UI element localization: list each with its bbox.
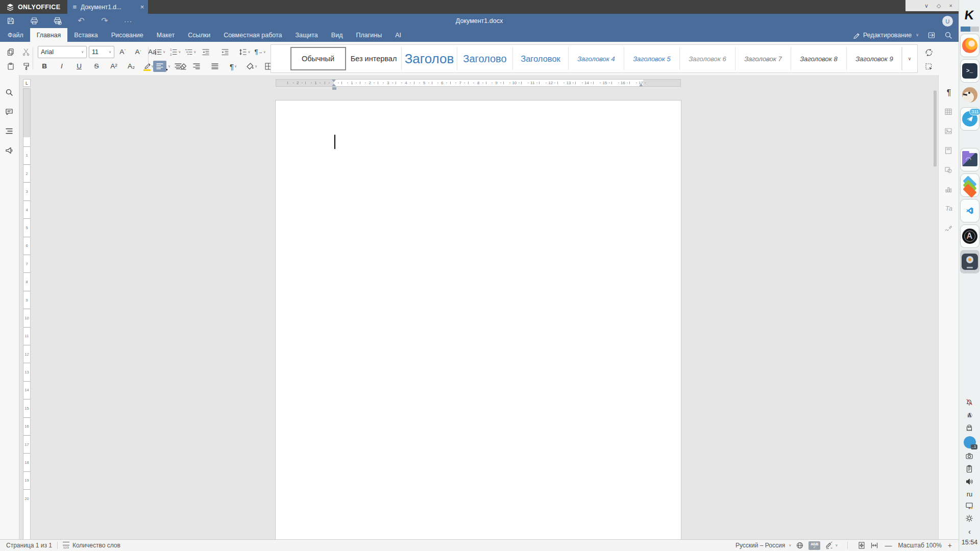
- fit-to-width-button[interactable]: [870, 541, 878, 549]
- font-name-select[interactable]: Arial ∨: [38, 46, 87, 58]
- document-tab[interactable]: ≡ Документ1.d... ×: [67, 0, 148, 14]
- word-count-label[interactable]: Количество слов: [72, 542, 120, 549]
- track-changes-button[interactable]: ∨: [825, 541, 838, 549]
- zoom-in-button[interactable]: +: [946, 541, 953, 549]
- subscript-button[interactable]: A₂: [125, 61, 138, 72]
- left-indent-marker[interactable]: [332, 87, 336, 90]
- text-art-settings-button[interactable]: Ta: [944, 205, 953, 214]
- display-warning-tray-icon[interactable]: [965, 502, 974, 511]
- table-settings-button[interactable]: [944, 108, 953, 117]
- hamburger-icon[interactable]: ≡: [72, 3, 77, 11]
- chart-settings-button[interactable]: [944, 185, 953, 194]
- feedback-support-button[interactable]: [5, 146, 14, 156]
- notifications-muted-icon[interactable]: [965, 398, 974, 407]
- zoom-out-button[interactable]: —: [883, 541, 893, 549]
- document-language-button[interactable]: [796, 541, 804, 549]
- dock-item-bird-app[interactable]: [960, 85, 979, 105]
- style-heading-4[interactable]: Заголовок 4: [569, 47, 624, 70]
- ghost-tray-icon[interactable]: [965, 423, 974, 433]
- first-line-indent-marker[interactable]: [332, 80, 336, 82]
- header-search-button[interactable]: [944, 31, 952, 39]
- style-heading-7[interactable]: Заголовок 7: [736, 47, 791, 70]
- window-minimize-button[interactable]: ∨: [924, 3, 928, 9]
- hanging-indent-marker[interactable]: [332, 84, 336, 86]
- select-all-button[interactable]: [923, 62, 936, 73]
- volume-tray-icon[interactable]: [965, 478, 974, 487]
- dock-item-anarchy-app[interactable]: A: [960, 224, 979, 248]
- window-maximize-button[interactable]: ◇: [937, 3, 941, 9]
- shading-button[interactable]: ∨: [245, 61, 258, 72]
- nonprinting-characters-button[interactable]: ¶∨: [227, 61, 240, 72]
- paragraph-settings-button[interactable]: ¶: [944, 88, 953, 97]
- header-footer-settings-button[interactable]: [944, 146, 953, 156]
- tab-plugins[interactable]: Плагины: [349, 28, 388, 42]
- decrease-font-button[interactable]: Aˑ: [132, 46, 145, 58]
- save-button[interactable]: [5, 15, 16, 27]
- customize-quick-access-button[interactable]: ···: [122, 15, 134, 27]
- justify-button[interactable]: [208, 61, 222, 72]
- paragraph-direction-button[interactable]: ¶→∨: [254, 46, 267, 58]
- dock-item-terminal[interactable]: >_: [960, 59, 979, 83]
- increase-font-button[interactable]: A˙: [116, 46, 130, 58]
- bullet-list-button[interactable]: ∨: [153, 46, 166, 58]
- anarchy-tray-icon[interactable]: A: [965, 411, 974, 420]
- horizontal-ruler[interactable]: 211234567891011121314151617: [276, 79, 681, 87]
- line-spacing-button[interactable]: ∨: [238, 46, 251, 58]
- dock-item-firefox[interactable]: [960, 34, 979, 57]
- numbered-list-button[interactable]: ∨: [168, 46, 182, 58]
- tab-close-icon[interactable]: ×: [140, 3, 144, 11]
- strikethrough-button[interactable]: S: [90, 61, 103, 72]
- dock-item-vscode[interactable]: [960, 199, 979, 222]
- signature-settings-button[interactable]: [944, 224, 953, 233]
- tab-draw[interactable]: Рисование: [105, 28, 150, 42]
- style-heading-3[interactable]: Заголовок: [513, 47, 569, 70]
- tab-references[interactable]: Ссылки: [181, 28, 217, 42]
- comments-panel-button[interactable]: [5, 108, 14, 117]
- tab-layout[interactable]: Макет: [150, 28, 181, 42]
- user-avatar[interactable]: U: [942, 16, 953, 27]
- dock-item-telegram[interactable]: 311: [960, 107, 979, 131]
- navigation-panel-button[interactable]: [5, 127, 14, 136]
- dock-item-webcam-app-selected[interactable]: [960, 250, 979, 273]
- open-file-location-button[interactable]: [927, 31, 936, 39]
- document-tab-title[interactable]: Документ1.d...: [81, 4, 136, 11]
- tray-expander-icon[interactable]: ‹: [968, 527, 971, 536]
- print-button[interactable]: [29, 15, 40, 27]
- style-heading-6[interactable]: Заголовок 6: [680, 47, 736, 70]
- window-close-button[interactable]: ×: [949, 3, 952, 9]
- spellcheck-button[interactable]: АБВ ✓: [808, 541, 820, 550]
- keyboard-layout-indicator[interactable]: ru: [967, 490, 973, 498]
- messenger-tray-icon[interactable]: ..1: [964, 436, 976, 448]
- image-settings-button[interactable]: [944, 127, 953, 136]
- italic-button[interactable]: I: [55, 61, 68, 72]
- find-replace-button[interactable]: [923, 47, 936, 59]
- style-heading-9[interactable]: Заголовок 9: [847, 47, 902, 70]
- tab-insert[interactable]: Вставка: [67, 28, 104, 42]
- document-canvas[interactable]: L 211234567891011121314151617: [19, 75, 938, 539]
- page-indicator[interactable]: Страница 1 из 1: [0, 542, 52, 549]
- copy-button[interactable]: [4, 46, 17, 58]
- align-center-button[interactable]: [172, 61, 185, 72]
- font-size-select[interactable]: 11 ∨: [89, 46, 114, 58]
- styles-gallery-expand-button[interactable]: ∨: [901, 47, 917, 70]
- style-heading-5[interactable]: Заголовок 5: [624, 47, 680, 70]
- shape-settings-button[interactable]: [944, 166, 953, 175]
- dock-item-dolphin[interactable]: [960, 148, 979, 171]
- align-left-button[interactable]: [153, 61, 166, 72]
- tab-file[interactable]: Файл: [1, 28, 30, 42]
- camera-tray-icon[interactable]: [965, 452, 974, 461]
- zoom-level-label[interactable]: Масштаб 100%: [898, 542, 941, 549]
- language-selector[interactable]: Русский – Россия ∨: [736, 542, 791, 549]
- editing-mode-selector[interactable]: Редактирование ∨: [852, 32, 919, 39]
- increase-indent-button[interactable]: [218, 46, 232, 58]
- decrease-indent-button[interactable]: [199, 46, 212, 58]
- dock-item-k-app[interactable]: K: [960, 6, 979, 23]
- paste-button[interactable]: [4, 61, 17, 72]
- style-heading-2[interactable]: Заголово: [457, 47, 513, 70]
- bold-button[interactable]: B: [38, 61, 51, 72]
- redo-button[interactable]: ↷: [99, 15, 110, 27]
- style-heading-8[interactable]: Заголовок 8: [791, 47, 847, 70]
- quick-print-button[interactable]: [52, 15, 63, 27]
- brightness-tray-icon[interactable]: [965, 514, 974, 523]
- vertical-ruler[interactable]: 1234567891011121314151617181920: [23, 88, 31, 539]
